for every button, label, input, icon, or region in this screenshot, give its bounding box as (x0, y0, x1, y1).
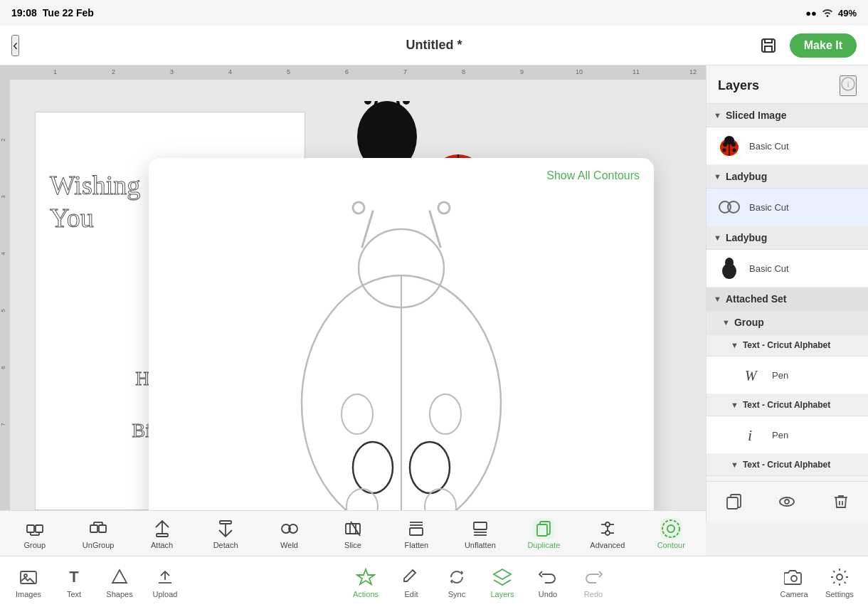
back-button[interactable]: ‹ (11, 35, 19, 56)
layer-group-text-alpha-1[interactable]: ▼ Text - Cricut Alphabet (706, 334, 868, 357)
ruler-left-3: 3 (0, 195, 6, 198)
advanced-label: Advanced (590, 541, 625, 549)
svg-point-15 (438, 202, 450, 213)
nav-undo[interactable]: Undo (525, 566, 571, 598)
svg-text:i: i (748, 426, 752, 444)
toolbar-attach[interactable]: Attach (143, 518, 181, 549)
canvas-area[interactable]: Wishing You the Happiest of Birthdays (10, 80, 706, 522)
layer-group-ladybug-2[interactable]: ▼ Ladybug (706, 226, 868, 250)
ruler-mark-3: 3 (170, 68, 174, 75)
layer-item-pen-2[interactable]: i Pen (706, 416, 868, 454)
ruler-left-7: 7 (0, 423, 6, 426)
layer-item-pen-1[interactable]: W Pen (706, 357, 868, 394)
svg-point-75 (667, 525, 674, 532)
layer-group-ladybug-1[interactable]: ▼ Ladybug (706, 165, 868, 189)
nav-actions[interactable]: Actions (343, 566, 388, 598)
layer-group-sliced-image[interactable]: ▼ Sliced Image (706, 104, 868, 127)
nav-settings[interactable]: Settings (817, 566, 862, 598)
toolbar-slice[interactable]: Slice (334, 518, 372, 549)
images-icon (17, 566, 40, 588)
status-left: 19:08 Tue 22 Feb (11, 7, 94, 19)
edit-icon (400, 566, 423, 588)
nav-shapes[interactable]: Shapes (97, 566, 142, 598)
svg-point-35 (728, 201, 739, 213)
svg-point-41 (780, 497, 794, 506)
flatten-label: Flatten (405, 541, 429, 549)
layer-item-ladybug1-basic-cut[interactable]: Basic Cut (706, 189, 868, 226)
nav-edit[interactable]: Edit (388, 566, 434, 598)
layer-group-text-alpha-3[interactable]: ▼ Text - Cricut Alphabet (706, 454, 868, 476)
ruler-mark-7: 7 (403, 68, 407, 75)
toolbar-detach[interactable]: Detach (206, 518, 245, 549)
toolbar-group[interactable]: Group (16, 518, 54, 549)
show-all-contours-button[interactable]: Show All Contours (546, 169, 640, 182)
svg-point-42 (785, 500, 789, 504)
layer-label-pen-1: Pen (772, 370, 788, 381)
layer-label-ladybug2: Basic Cut (749, 263, 789, 274)
layers-info-button[interactable]: i (840, 75, 857, 96)
status-right: ●● 49% (805, 7, 857, 19)
nav-camera[interactable]: Camera (771, 566, 817, 598)
delete-layer-button[interactable] (828, 489, 854, 514)
contour-popup: Show All Contours (149, 158, 654, 522)
panel-bottom (706, 481, 868, 522)
toolbar-ungroup[interactable]: UnGroup (79, 518, 117, 549)
layer-thumb-pear-black (716, 255, 742, 281)
ruler-mark-12: 12 (689, 68, 697, 75)
bottom-nav: Images T Text Shapes Upload Actions (0, 556, 868, 607)
toolbar-duplicate[interactable]: Duplicate (524, 518, 563, 549)
svg-marker-80 (494, 569, 511, 579)
toolbar-unflatten[interactable]: Unflatten (461, 518, 499, 549)
ruler-left-5: 5 (0, 309, 6, 312)
svg-point-74 (662, 520, 679, 537)
visibility-button[interactable] (774, 489, 800, 514)
contour-icon (660, 518, 682, 539)
svg-point-81 (791, 576, 797, 581)
layer-item-ladybug2-basic-cut[interactable]: Basic Cut (706, 250, 868, 287)
nav-sync[interactable]: Sync (434, 566, 480, 598)
layer-group-text-alpha-2[interactable]: ▼ Text - Cricut Alphabet (706, 394, 868, 416)
images-label: Images (16, 590, 41, 598)
advanced-icon (597, 518, 618, 539)
svg-point-21 (342, 394, 373, 434)
svg-rect-43 (27, 525, 34, 532)
layers-header: Layers i (706, 65, 868, 104)
contour-svg-area[interactable] (149, 182, 654, 522)
nav-text[interactable]: T Text (51, 566, 97, 598)
layer-group-group[interactable]: ▼ Group (706, 311, 868, 334)
toolbar-contour[interactable]: Contour (652, 518, 690, 549)
ruler-left-6: 6 (0, 366, 6, 369)
svg-rect-63 (474, 522, 487, 529)
ruler-mark-5: 5 (287, 68, 290, 75)
make-it-button[interactable]: Make It (790, 33, 857, 58)
duplicate-layer-button[interactable] (721, 489, 746, 514)
toolbar-weld[interactable]: Weld (270, 518, 309, 549)
nav-images[interactable]: Images (6, 566, 51, 598)
text-icon: T (63, 566, 85, 588)
ruler-left-4: 4 (0, 252, 6, 255)
wifi-icon (821, 7, 834, 19)
nav-layers[interactable]: Layers (480, 566, 525, 598)
nav-upload[interactable]: Upload (142, 566, 188, 598)
settings-label: Settings (825, 590, 854, 598)
attach-icon (152, 518, 173, 539)
layers-content[interactable]: ▼ Sliced Image Basic Cut ▼ Ladybug (706, 104, 868, 481)
svg-rect-54 (220, 521, 231, 524)
layers-nav-label: Layers (490, 590, 514, 598)
layer-label-pen-2: Pen (772, 430, 788, 440)
ruler-mark-10: 10 (576, 68, 583, 75)
save-icon-button[interactable] (756, 33, 781, 58)
layer-item-sliced-basic-cut[interactable]: Basic Cut (706, 127, 868, 165)
unflatten-label: Unflatten (465, 541, 496, 549)
svg-point-77 (24, 574, 27, 577)
layer-group-attached-set[interactable]: ▼ Attached Set (706, 287, 868, 311)
toolbar-flatten[interactable]: Flatten (397, 518, 435, 549)
shapes-icon (108, 566, 131, 588)
svg-rect-44 (36, 525, 43, 532)
nav-redo[interactable]: Redo (571, 566, 616, 598)
shapes-label: Shapes (106, 590, 132, 598)
sync-icon (445, 566, 468, 588)
ungroup-icon (88, 518, 109, 539)
group-label: Group (23, 541, 46, 549)
toolbar-advanced[interactable]: Advanced (588, 518, 627, 549)
